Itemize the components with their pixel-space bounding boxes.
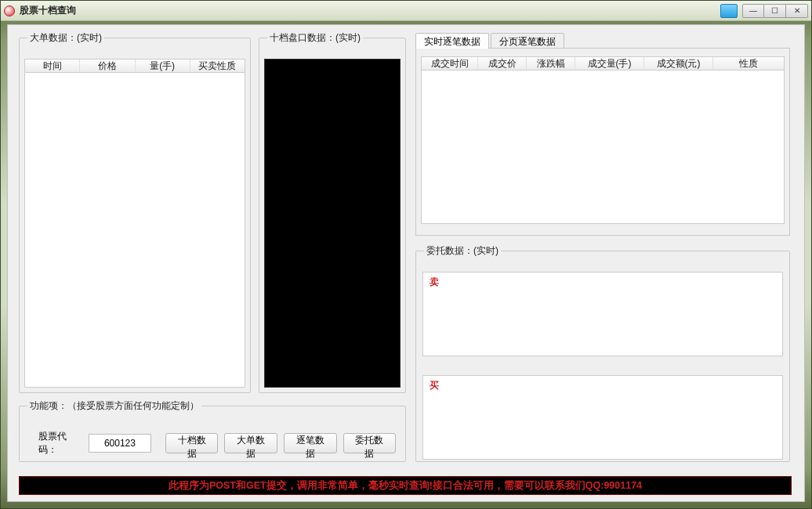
big-data-button[interactable]: 大单数据 bbox=[224, 433, 277, 453]
ten-data-button[interactable]: 十档数据 bbox=[165, 433, 219, 453]
footer-banner: 此程序为POST和GET提交，调用非常简单，毫秒实时查询!接口合法可用，需要可以… bbox=[19, 476, 792, 495]
maximize-button[interactable]: ☐ bbox=[764, 4, 786, 18]
window-title: 股票十档查询 bbox=[20, 4, 76, 17]
big-order-legend: 大单数据：(实时) bbox=[27, 31, 104, 45]
big-order-header: 时间 价格 量(手) 买卖性质 bbox=[24, 59, 245, 73]
tab-realtime-tick[interactable]: 实时逐笔数据 bbox=[415, 33, 489, 49]
app-icon bbox=[4, 5, 15, 16]
buy-label: 买 bbox=[423, 376, 782, 395]
ten-level-group: 十档盘口数据：(实时) bbox=[259, 31, 406, 393]
col-deal-price[interactable]: 成交价 bbox=[478, 57, 527, 70]
stock-code-input[interactable] bbox=[89, 434, 151, 453]
col-deal-volume[interactable]: 成交量(手) bbox=[575, 57, 644, 70]
tick-list[interactable] bbox=[421, 70, 785, 224]
sell-label: 卖 bbox=[423, 273, 782, 292]
big-order-list[interactable] bbox=[24, 73, 245, 388]
minimize-button[interactable]: — bbox=[742, 4, 764, 18]
delegate-legend: 委托数据：(实时) bbox=[424, 244, 501, 258]
ten-level-panel[interactable] bbox=[264, 59, 401, 388]
col-volume[interactable]: 量(手) bbox=[136, 60, 190, 72]
big-order-group: 大单数据：(实时) 时间 价格 量(手) 买卖性质 bbox=[19, 31, 251, 393]
col-time[interactable]: 时间 bbox=[25, 60, 80, 72]
col-deal-nature[interactable]: 性质 bbox=[713, 57, 784, 70]
help-button[interactable] bbox=[720, 4, 738, 18]
tick-tabs: 实时逐笔数据 分页逐笔数据 bbox=[415, 33, 792, 49]
function-legend: 功能项：（接受股票方面任何功能定制） bbox=[27, 399, 201, 413]
close-button[interactable]: ✕ bbox=[786, 4, 808, 18]
ten-level-legend: 十档盘口数据：(实时) bbox=[267, 31, 363, 45]
tab-paged-tick[interactable]: 分页逐笔数据 bbox=[491, 33, 564, 49]
col-change-pct[interactable]: 涨跌幅 bbox=[527, 57, 575, 70]
col-price[interactable]: 价格 bbox=[80, 60, 135, 72]
delegate-data-button[interactable]: 委托数据 bbox=[343, 433, 397, 453]
tick-panel: 成交时间 成交价 涨跌幅 成交量(手) 成交额(元) 性质 bbox=[415, 48, 790, 236]
col-deal-amount[interactable]: 成交额(元) bbox=[644, 57, 713, 70]
stock-code-label: 股票代码： bbox=[38, 430, 79, 457]
delegate-group: 委托数据：(实时) 卖 买 bbox=[415, 244, 790, 462]
delegate-sell-panel[interactable]: 卖 bbox=[422, 272, 783, 356]
tick-header: 成交时间 成交价 涨跌幅 成交量(手) 成交额(元) 性质 bbox=[421, 56, 785, 70]
delegate-buy-panel[interactable]: 买 bbox=[422, 375, 783, 460]
tick-data-button[interactable]: 逐笔数据 bbox=[284, 433, 337, 453]
function-group: 功能项：（接受股票方面任何功能定制） 股票代码： 十档数据 大单数据 逐笔数据 … bbox=[19, 399, 406, 462]
col-deal-time[interactable]: 成交时间 bbox=[422, 57, 478, 70]
col-nature[interactable]: 买卖性质 bbox=[190, 60, 245, 72]
titlebar: 股票十档查询 — ☐ ✕ bbox=[1, 1, 811, 21]
